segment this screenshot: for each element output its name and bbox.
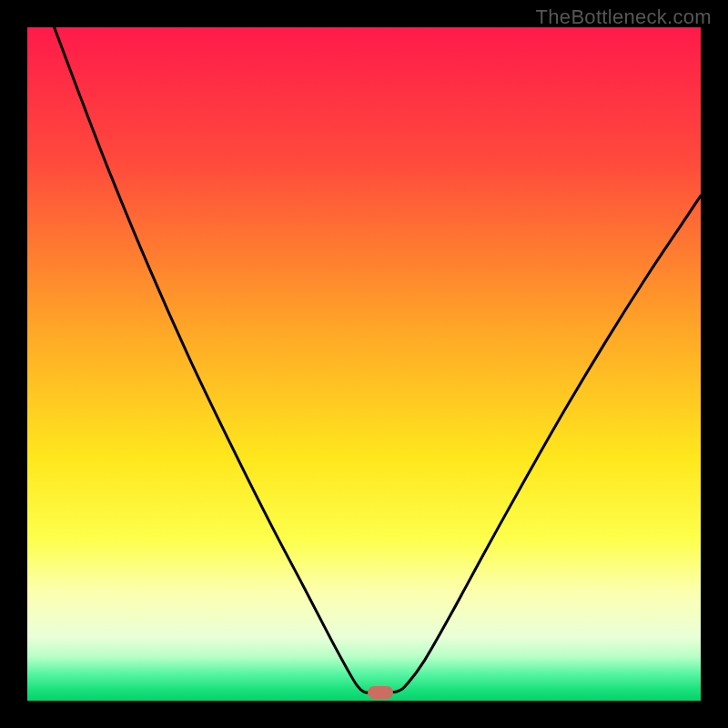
- plot-area: [27, 27, 701, 701]
- chart-frame: TheBottleneck.com: [0, 0, 728, 728]
- minimum-marker: [368, 686, 393, 699]
- watermark-text: TheBottleneck.com: [536, 5, 712, 29]
- bottleneck-curve: [27, 27, 701, 701]
